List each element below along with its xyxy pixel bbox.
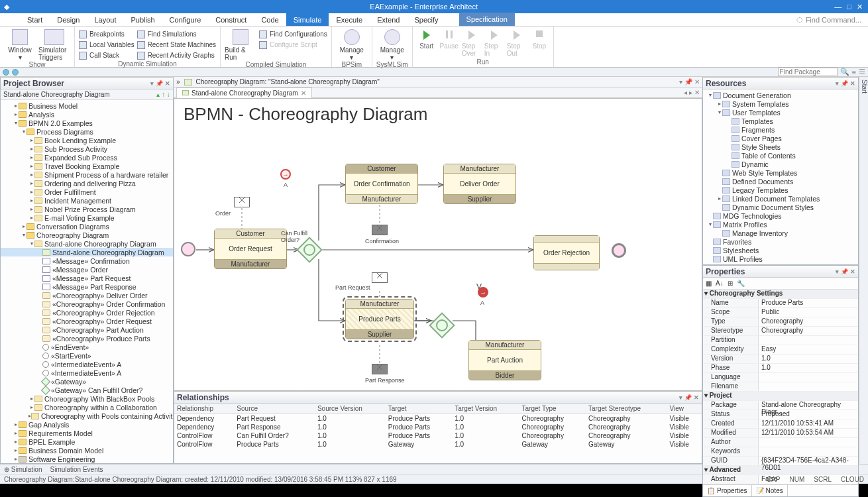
table-row[interactable]: DependencyPart Request1.0Produce Parts1.… (174, 414, 702, 423)
menu-icon[interactable]: ☰ (859, 68, 865, 76)
tree-node[interactable]: ▸Business Model (1, 101, 173, 110)
property-row[interactable]: GUID{634F23D4-756E-4ca2-A348-76D01 (703, 457, 858, 466)
diagram-canvas[interactable]: BPMN - Choreography Diagram (174, 98, 702, 391)
tree-node[interactable]: «Choreography» Order Request (1, 317, 173, 325)
property-row[interactable]: ScopePublic (703, 308, 858, 317)
filter-icon[interactable]: ≡ (852, 68, 856, 76)
resource-node[interactable]: UML Profiles (703, 254, 858, 263)
nav-fwd-icon[interactable] (12, 69, 19, 76)
window-button[interactable]: Window▾ (4, 28, 36, 61)
tree-node[interactable]: ▾Choreography Diagram (1, 231, 173, 239)
resource-node[interactable]: Dynamic Document Styles (703, 203, 858, 211)
menu-code[interactable]: Code (254, 13, 286, 26)
column-header[interactable]: View (667, 404, 702, 414)
property-row[interactable]: StatusProposed (703, 410, 858, 419)
tree-node[interactable]: «Choreography» Deliver Order (1, 291, 173, 300)
resources-tree[interactable]: ▾Document Generation▸System Templates▾Us… (703, 89, 858, 264)
tree-node[interactable]: «EndEvent» (1, 343, 173, 351)
table-row[interactable]: DependencyPart Response1.0Produce Parts1… (174, 423, 702, 431)
tree-node[interactable]: ▸E-mail Voting Example (1, 213, 173, 222)
property-section[interactable]: ▾ Choreography Settings (703, 290, 858, 299)
resource-node[interactable]: Style Sheets (703, 142, 858, 151)
panel-close-icon[interactable]: ✕ (165, 80, 170, 87)
menu-construct[interactable]: Construct (208, 13, 254, 26)
resource-node[interactable]: Web Style Templates (703, 168, 858, 177)
nav-icon[interactable]: » (176, 78, 180, 85)
tree-node[interactable]: ▸Requirements Model (1, 429, 173, 437)
resource-node[interactable]: Patterns (703, 263, 858, 264)
tree-node[interactable]: ▾BPMN 2.0 Examples (1, 119, 173, 127)
tree-node[interactable]: ▸Conversation Diagrams (1, 222, 173, 231)
part-auction-task[interactable]: ManufacturerPart AuctionBidder (468, 340, 541, 380)
tree-node[interactable]: ▾Stand-alone Choreography Diagram (1, 239, 173, 248)
grid-view-icon[interactable]: ▦ (706, 280, 712, 287)
resource-node[interactable]: Favorites (703, 237, 858, 246)
start-event[interactable] (181, 242, 195, 256)
sim-step-out-button[interactable]: Step Out (507, 28, 527, 57)
property-row[interactable]: Author (703, 438, 858, 447)
property-row[interactable]: Phase1.0 (703, 364, 858, 373)
resource-node[interactable]: Table of Contents (703, 151, 858, 160)
property-row[interactable]: StereotypeChoreography (703, 327, 858, 336)
produce-parts-task[interactable]: ManufacturerProduce PartsSupplier (345, 299, 414, 339)
resource-node[interactable]: ▸System Templates (703, 99, 858, 108)
tree-node[interactable]: ▸Choreography with Pools containing Acti… (1, 412, 173, 420)
property-row[interactable]: Version1.0 (703, 355, 858, 364)
tree-node[interactable]: ▾Process Diagrams (1, 127, 173, 136)
tree-node[interactable]: ▸Travel Booking Example (1, 162, 173, 170)
tree-node[interactable]: ▸Expanded Sub Process (1, 153, 173, 162)
sim-step-over-button[interactable]: Step Over (462, 28, 482, 57)
nav-back-icon[interactable] (3, 69, 9, 76)
merge-gateway[interactable] (429, 312, 455, 339)
property-row[interactable]: Keywords (703, 447, 858, 457)
column-header[interactable]: Source (234, 404, 315, 414)
sort-icon[interactable]: A↓ (716, 280, 724, 287)
menu-start[interactable]: Start (20, 13, 50, 26)
find-command[interactable]: ◌ Find Command... (796, 13, 868, 26)
find-config-button[interactable]: Find Configurations (259, 29, 327, 39)
link-event-a-2[interactable] (478, 287, 488, 298)
maximize-button[interactable]: □ (847, 3, 851, 11)
find-sims-button[interactable]: Find Simulations (137, 29, 216, 39)
end-event[interactable] (612, 243, 626, 258)
tools-icon[interactable]: 🔧 (737, 280, 745, 287)
resource-node[interactable]: ▾Matrix Profiles (703, 220, 858, 229)
column-header[interactable]: Target (386, 404, 453, 414)
menu-execute[interactable]: Execute (329, 13, 370, 26)
tree-node[interactable]: ▸Ordering and delivering Pizza (1, 179, 173, 188)
tree-node[interactable]: «IntermediateEvent» A (1, 368, 173, 377)
part-request-message-icon[interactable] (372, 272, 388, 283)
tree-node[interactable]: ▸Order Fulfillment (1, 188, 173, 196)
tree-node[interactable]: «Message» Order (1, 265, 173, 274)
tree-node[interactable]: «Choreography» Order Confirmation (1, 300, 173, 308)
link-event-a-1[interactable] (280, 169, 291, 180)
config-script-button[interactable]: Configure Script (259, 40, 327, 50)
tree-node[interactable]: ▸Gap Analysis (1, 420, 173, 429)
relationships-table[interactable]: RelationshipSourceSource VersionTargetTa… (174, 404, 702, 463)
breakpoints-button[interactable]: Breakpoints (79, 29, 135, 39)
tree-node[interactable]: «Gateway» (1, 377, 173, 386)
resource-node[interactable]: Stylesheets (703, 246, 858, 254)
tree-node[interactable]: ▸Software Engineering (1, 455, 173, 463)
simulation-link[interactable]: ⊕ Simulation (4, 466, 42, 473)
sysml-manage-button[interactable]: Manage▾ (376, 28, 408, 61)
tree-node[interactable]: ▸Book Lending Example (1, 136, 173, 144)
table-row[interactable]: ControlFlowCan Fulfill Order?1.0Produce … (174, 431, 702, 440)
menu-simulate[interactable]: Simulate (286, 13, 329, 26)
tree-node[interactable]: ▸Choreography With BlackBox Pools (1, 394, 173, 403)
property-row[interactable]: Modified12/11/2010 10:53:54 AM (703, 429, 858, 438)
property-row[interactable]: Partition (703, 336, 858, 345)
build-run-button[interactable]: Build & Run (225, 28, 256, 61)
resource-node[interactable]: Legacy Templates (703, 186, 858, 194)
notes-tab[interactable]: 📝 Notes (752, 485, 788, 496)
local-vars-button[interactable]: Local Variables (79, 40, 135, 50)
deliver-order-task[interactable]: ManufacturerDeliver OrderSupplier (443, 164, 516, 204)
order-request-task[interactable]: CustomerOrder RequestManufacturer (214, 229, 287, 269)
property-row[interactable]: Filename (703, 382, 858, 392)
recent-sm-button[interactable]: Recent State Machines (137, 40, 216, 50)
tree-node[interactable]: ▸Incident Management (1, 196, 173, 205)
resource-node[interactable]: Templates (703, 117, 858, 125)
tree-node[interactable]: «Choreography» Produce Parts (1, 334, 173, 343)
tree-node[interactable]: ▸Nobel Prize Process Diagram (1, 205, 173, 213)
property-row[interactable]: ComplexityEasy (703, 345, 858, 355)
